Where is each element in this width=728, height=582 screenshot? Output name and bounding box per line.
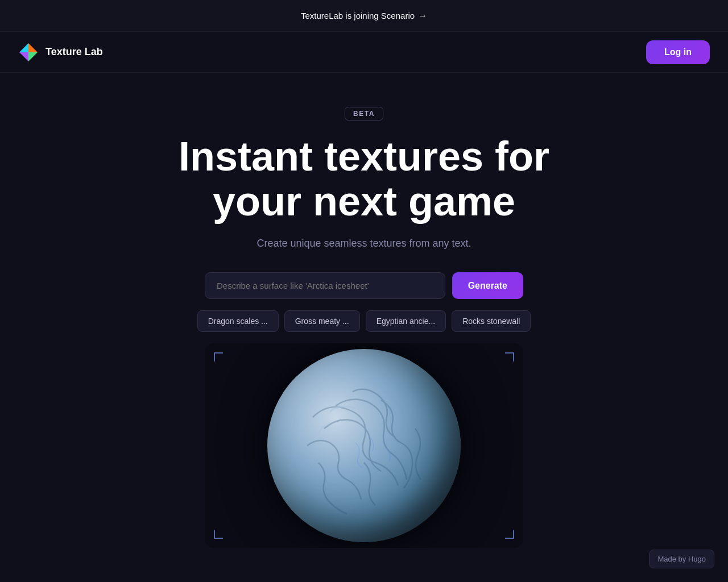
- texture-sphere: [267, 349, 461, 542]
- chip-dragon-scales[interactable]: Dragon scales ...: [197, 310, 279, 332]
- announcement-bar[interactable]: TextureLab is joining Scenario →: [0, 0, 728, 32]
- svg-marker-4: [28, 52, 38, 61]
- chip-gross-meaty[interactable]: Gross meaty ...: [284, 310, 360, 332]
- hero-title-line2: your next game: [213, 178, 515, 224]
- search-input[interactable]: [205, 272, 445, 299]
- brand-name: Texture Lab: [46, 46, 103, 58]
- navbar-brand: Texture Lab: [18, 42, 103, 63]
- chip-rocks-stonewall[interactable]: Rocks stonewall: [452, 310, 531, 332]
- svg-marker-1: [28, 43, 38, 52]
- announcement-text: TextureLab is joining Scenario →: [301, 11, 427, 21]
- hero-title-line1: Instant textures for: [179, 134, 549, 179]
- hero-subtitle: Create unique seamless textures from any…: [257, 238, 471, 250]
- hero-title: Instant textures for your next game: [179, 134, 549, 224]
- svg-point-5: [267, 349, 461, 542]
- announcement-arrow-icon: →: [418, 11, 427, 21]
- sphere-body: [267, 349, 461, 542]
- navbar: Texture Lab Log in: [0, 32, 728, 73]
- generate-button[interactable]: Generate: [452, 272, 523, 299]
- chips-row: Dragon scales ... Gross meaty ... Egypti…: [197, 310, 531, 332]
- corner-bracket-br: [505, 530, 514, 539]
- login-button[interactable]: Log in: [646, 40, 710, 64]
- svg-marker-3: [19, 52, 28, 61]
- brand-logo-icon: [18, 42, 39, 63]
- beta-badge: BETA: [345, 107, 383, 120]
- corner-bracket-tr: [505, 352, 514, 361]
- svg-marker-2: [19, 43, 28, 52]
- announcement-message: TextureLab is joining Scenario: [301, 11, 415, 20]
- corner-bracket-tl: [214, 352, 223, 361]
- preview-card: [205, 343, 523, 548]
- chip-egyptian[interactable]: Egyptian ancie...: [366, 310, 446, 332]
- sphere-texture-overlay: [267, 349, 461, 542]
- main-content: BETA Instant textures for your next game…: [0, 73, 728, 548]
- made-by-footer: Made by Hugo: [649, 550, 714, 568]
- search-row: Generate: [205, 272, 523, 299]
- corner-bracket-bl: [214, 530, 223, 539]
